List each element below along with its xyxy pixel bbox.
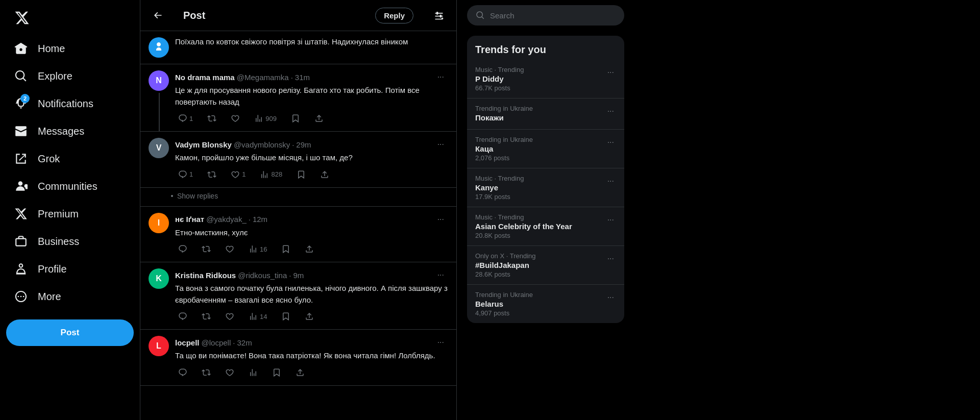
retweet-action-3[interactable] bbox=[199, 242, 214, 256]
bookmark-action-4[interactable] bbox=[278, 310, 293, 323]
comment-actions-3: 16 bbox=[175, 242, 448, 256]
comment-more-4[interactable]: ··· bbox=[433, 268, 448, 282]
premium-icon bbox=[14, 207, 28, 220]
like-count-2: 1 bbox=[242, 170, 246, 178]
trends-title: Trends for you bbox=[467, 36, 624, 60]
trend-info-1: Trending in Ukraine Покажи bbox=[475, 105, 601, 123]
comment-more-2[interactable]: ··· bbox=[433, 138, 448, 151]
trend-item-5[interactable]: Only on X · Trending #BuildJakapan 28.6K… bbox=[467, 246, 624, 284]
trend-more-0[interactable]: ··· bbox=[605, 66, 616, 79]
like-action-5[interactable] bbox=[222, 366, 237, 379]
trend-more-5[interactable]: ··· bbox=[605, 252, 616, 265]
reply-action-5[interactable] bbox=[175, 366, 190, 379]
retweet-action-4[interactable] bbox=[199, 310, 214, 323]
reply-action-2[interactable]: 1 bbox=[175, 168, 196, 181]
trend-item-3[interactable]: Music · Trending Kanye 17.9K posts ··· bbox=[467, 168, 624, 207]
nav-list: Home Explore 2 Notifications Messages bbox=[6, 36, 134, 416]
views-action-2[interactable]: 828 bbox=[257, 168, 285, 181]
trend-item-4[interactable]: Music · Trending Asian Celebrity of the … bbox=[467, 207, 624, 245]
trend-more-2[interactable]: ··· bbox=[605, 136, 616, 149]
sidebar-item-home[interactable]: Home bbox=[6, 36, 134, 61]
trend-item-0[interactable]: Music · Trending P Diddy 66.7K posts ··· bbox=[467, 60, 624, 98]
home-icon bbox=[14, 42, 28, 55]
trend-more-6[interactable]: ··· bbox=[605, 291, 616, 304]
like-action-1[interactable] bbox=[228, 112, 243, 125]
share-action-2[interactable] bbox=[317, 168, 332, 181]
reply-action-4[interactable] bbox=[175, 310, 190, 323]
trend-more-3[interactable]: ··· bbox=[605, 175, 616, 188]
share-action-1[interactable] bbox=[311, 112, 327, 125]
comment-more-1[interactable]: ··· bbox=[433, 70, 448, 84]
comment-more-5[interactable]: ··· bbox=[433, 336, 448, 349]
sidebar-item-profile[interactable]: Profile bbox=[6, 256, 134, 282]
share-action-3[interactable] bbox=[302, 242, 317, 256]
comment-body-3: нє Іґнат @yakdyak_ · 12m ··· Етно-мистки… bbox=[175, 213, 448, 256]
sidebar-item-messages[interactable]: Messages bbox=[6, 118, 134, 144]
sidebar-item-grok[interactable]: Grok bbox=[6, 146, 134, 171]
sidebar-item-business[interactable]: Business bbox=[6, 229, 134, 254]
comment-username-4: Kristina Ridkous bbox=[175, 271, 236, 280]
bookmark-action-2[interactable] bbox=[293, 168, 309, 181]
trend-more-4[interactable]: ··· bbox=[605, 213, 616, 227]
bookmark-action-3[interactable] bbox=[278, 242, 293, 256]
bookmark-action-5[interactable] bbox=[269, 366, 284, 379]
sidebar-label-home: Home bbox=[38, 43, 65, 55]
communities-icon bbox=[14, 180, 28, 193]
reply-button[interactable]: Reply bbox=[375, 8, 413, 23]
reply-action-1[interactable]: 1 bbox=[175, 112, 196, 125]
trend-item-6[interactable]: Trending in Ukraine Belarus 4,907 posts … bbox=[467, 285, 624, 323]
comment-avatar-1: N bbox=[149, 70, 169, 91]
like-action-4[interactable] bbox=[222, 310, 237, 323]
back-button[interactable] bbox=[149, 6, 167, 24]
show-replies-label: Show replies bbox=[177, 192, 218, 200]
bookmark-action-1[interactable] bbox=[288, 112, 303, 125]
share-action-5[interactable] bbox=[292, 366, 308, 379]
like-action-2[interactable]: 1 bbox=[228, 168, 249, 181]
notification-badge: 2 bbox=[20, 94, 30, 103]
sliders-button[interactable] bbox=[430, 6, 448, 24]
comment-actions-5 bbox=[175, 366, 448, 379]
comment-handle-3: @yakdyak_ bbox=[206, 215, 247, 224]
comment-2: V Vadym Blonsky @vadymblonsky · 29m ··· … bbox=[140, 132, 456, 188]
sidebar-item-notifications[interactable]: 2 Notifications bbox=[6, 91, 134, 116]
retweet-action-2[interactable] bbox=[204, 168, 219, 181]
trend-info-4: Music · Trending Asian Celebrity of the … bbox=[475, 213, 601, 239]
views-action-5[interactable] bbox=[246, 366, 261, 379]
trend-item-2[interactable]: Trending in Ukraine Каца 2,076 posts ··· bbox=[467, 130, 624, 168]
x-logo[interactable] bbox=[6, 4, 134, 34]
post-button[interactable]: Post bbox=[6, 319, 134, 346]
comment-avatar-3: І bbox=[149, 213, 169, 233]
grok-icon bbox=[14, 152, 28, 165]
views-action-3[interactable]: 16 bbox=[246, 242, 270, 256]
views-action-4[interactable]: 14 bbox=[246, 310, 270, 323]
trend-info-3: Music · Trending Kanye 17.9K posts bbox=[475, 175, 601, 201]
trend-name-0: P Diddy bbox=[475, 75, 601, 83]
comment-4: K Kristina Ridkous @ridkous_tina · 9m ··… bbox=[140, 262, 456, 330]
comment-time-3: 12m bbox=[253, 215, 267, 224]
views-action-1[interactable]: 909 bbox=[251, 112, 280, 125]
comment-header-4: Kristina Ridkous @ridkous_tina · 9m ··· bbox=[175, 268, 448, 282]
mail-icon bbox=[14, 125, 28, 138]
trend-item-1[interactable]: Trending in Ukraine Покажи ··· bbox=[467, 98, 624, 129]
comment-1: N No drama mama @Megamamka · 31m ··· Це … bbox=[140, 64, 456, 132]
comment-more-3[interactable]: ··· bbox=[433, 213, 448, 226]
like-action-3[interactable] bbox=[222, 242, 237, 256]
search-input[interactable] bbox=[490, 11, 616, 20]
trend-count-0: 66.7K posts bbox=[475, 84, 601, 92]
sidebar-item-more[interactable]: More bbox=[6, 284, 134, 309]
share-action-4[interactable] bbox=[302, 310, 317, 323]
search-bar[interactable] bbox=[467, 5, 624, 26]
comment-body-4: Kristina Ridkous @ridkous_tina · 9m ··· … bbox=[175, 268, 448, 323]
show-replies[interactable]: Show replies bbox=[140, 188, 456, 207]
reply-action-3[interactable] bbox=[175, 242, 190, 256]
sidebar-item-communities[interactable]: Communities bbox=[6, 174, 134, 199]
retweet-action-1[interactable] bbox=[204, 112, 219, 125]
sidebar-item-explore[interactable]: Explore bbox=[6, 63, 134, 89]
trend-more-1[interactable]: ··· bbox=[605, 105, 616, 118]
comment-time-4: 9m bbox=[293, 271, 304, 280]
retweet-action-5[interactable] bbox=[199, 366, 214, 379]
trend-name-6: Belarus bbox=[475, 300, 601, 308]
trend-category-0: Music · Trending bbox=[475, 66, 601, 73]
sidebar-item-premium[interactable]: Premium bbox=[6, 201, 134, 227]
comment-text-5: Та що ви понімаєте! Вона така патріотка!… bbox=[175, 350, 448, 362]
